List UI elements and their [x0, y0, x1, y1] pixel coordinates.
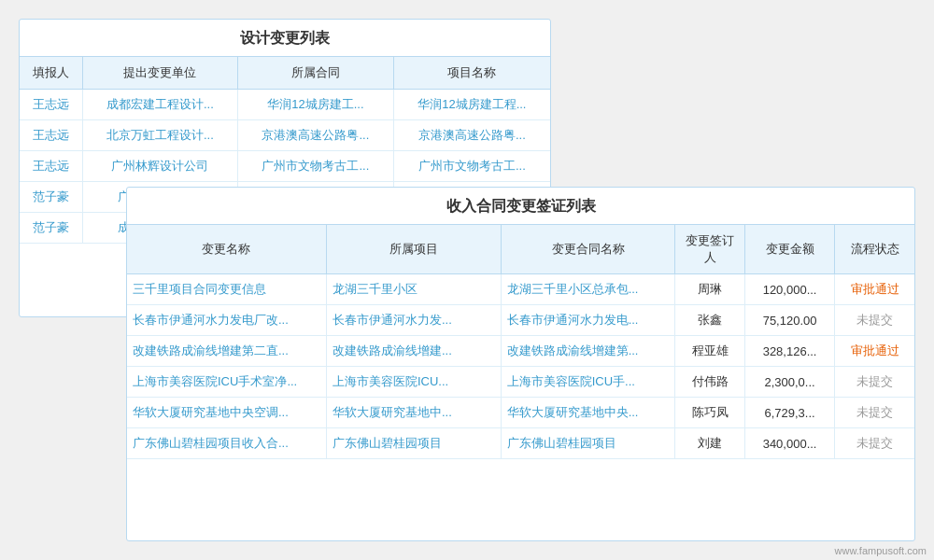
- design-cell-unit[interactable]: 北京万虹工程设计...: [82, 120, 238, 151]
- design-cell-project[interactable]: 广州市文物考古工...: [393, 151, 550, 182]
- income-cell-status: 审批通过: [835, 274, 914, 305]
- income-cell-name[interactable]: 长春市伊通河水力发电厂改...: [127, 305, 326, 336]
- design-cell-contract[interactable]: 华润12城房建工...: [238, 90, 394, 120]
- income-panel-title: 收入合同变更签证列表: [127, 188, 914, 225]
- income-cell-signer: 刘建: [675, 428, 745, 459]
- income-cell-project[interactable]: 上海市美容医院ICU...: [326, 367, 501, 398]
- income-col-signer: 变更签订人: [675, 225, 745, 274]
- income-cell-contract[interactable]: 上海市美容医院ICU手...: [501, 367, 675, 398]
- income-cell-signer: 程亚雄: [675, 336, 745, 367]
- income-cell-project[interactable]: 长春市伊通河水力发...: [326, 305, 501, 336]
- table-row: 改建铁路成渝线增建第二直...改建铁路成渝线增建...改建铁路成渝线增建第...…: [127, 336, 914, 367]
- table-row: 华软大厦研究基地中央空调...华软大厦研究基地中...华软大厦研究基地中央...…: [127, 398, 914, 428]
- table-row: 三千里项目合同变更信息龙湖三千里小区龙湖三千里小区总承包...周琳120,000…: [127, 274, 914, 305]
- income-cell-name[interactable]: 华软大厦研究基地中央空调...: [127, 398, 326, 428]
- income-cell-status: 未提交: [835, 428, 914, 459]
- income-cell-name[interactable]: 改建铁路成渝线增建第二直...: [127, 336, 326, 367]
- design-col-contract: 所属合同: [238, 57, 394, 90]
- design-cell-contract[interactable]: 京港澳高速公路粤...: [238, 120, 394, 151]
- income-cell-amount: 6,729,3...: [745, 398, 835, 428]
- design-cell-reporter[interactable]: 王志远: [20, 90, 82, 120]
- design-cell-unit[interactable]: 广州林辉设计公司: [82, 151, 238, 182]
- income-cell-name[interactable]: 三千里项目合同变更信息: [127, 274, 326, 305]
- income-cell-contract[interactable]: 华软大厦研究基地中央...: [501, 398, 675, 428]
- income-cell-signer: 张鑫: [675, 305, 745, 336]
- income-cell-status: 未提交: [835, 305, 914, 336]
- design-cell-reporter[interactable]: 王志远: [20, 151, 82, 182]
- income-cell-amount: 328,126...: [745, 336, 835, 367]
- design-cell-project[interactable]: 京港澳高速公路粤...: [393, 120, 550, 151]
- table-row: 长春市伊通河水力发电厂改...长春市伊通河水力发...长春市伊通河水力发电...…: [127, 305, 914, 336]
- income-cell-signer: 陈巧凤: [675, 398, 745, 428]
- income-col-name: 变更名称: [127, 225, 326, 274]
- table-row: 王志远广州林辉设计公司广州市文物考古工...广州市文物考古工...: [20, 151, 550, 182]
- income-cell-project[interactable]: 改建铁路成渝线增建...: [326, 336, 501, 367]
- design-cell-reporter[interactable]: 王志远: [20, 120, 82, 151]
- watermark-text: www.fampusoft.com: [835, 545, 927, 556]
- income-cell-amount: 2,300,0...: [745, 367, 835, 398]
- income-cell-signer: 周琳: [675, 274, 745, 305]
- design-cell-project[interactable]: 华润12城房建工程...: [393, 90, 550, 120]
- income-col-project: 所属项目: [326, 225, 501, 274]
- income-cell-status: 审批通过: [835, 336, 914, 367]
- income-cell-amount: 340,000...: [745, 428, 835, 459]
- design-cell-reporter[interactable]: 范子豪: [20, 213, 82, 244]
- income-cell-status: 未提交: [835, 367, 914, 398]
- design-col-reporter: 填报人: [20, 57, 82, 90]
- income-contract-panel: 收入合同变更签证列表 变更名称 所属项目 变更合同名称 变更签订人 变更金额 流…: [126, 187, 915, 541]
- income-cell-contract[interactable]: 改建铁路成渝线增建第...: [501, 336, 675, 367]
- table-row: 王志远成都宏建工程设计...华润12城房建工...华润12城房建工程...: [20, 90, 550, 120]
- income-col-status: 流程状态: [835, 225, 914, 274]
- table-row: 上海市美容医院ICU手术室净...上海市美容医院ICU...上海市美容医院ICU…: [127, 367, 914, 398]
- income-cell-amount: 120,000...: [745, 274, 835, 305]
- income-cell-contract[interactable]: 广东佛山碧桂园项目: [501, 428, 675, 459]
- income-col-contract: 变更合同名称: [501, 225, 675, 274]
- income-cell-status: 未提交: [835, 398, 914, 428]
- table-row: 王志远北京万虹工程设计...京港澳高速公路粤...京港澳高速公路粤...: [20, 120, 550, 151]
- income-table: 变更名称 所属项目 变更合同名称 变更签订人 变更金额 流程状态 三千里项目合同…: [127, 225, 914, 459]
- income-cell-contract[interactable]: 长春市伊通河水力发电...: [501, 305, 675, 336]
- income-cell-project[interactable]: 广东佛山碧桂园项目: [326, 428, 501, 459]
- design-panel-title: 设计变更列表: [20, 20, 550, 57]
- income-cell-name[interactable]: 上海市美容医院ICU手术室净...: [127, 367, 326, 398]
- income-col-amount: 变更金额: [745, 225, 835, 274]
- design-col-unit: 提出变更单位: [82, 57, 238, 90]
- table-row: 广东佛山碧桂园项目收入合...广东佛山碧桂园项目广东佛山碧桂园项目刘建340,0…: [127, 428, 914, 459]
- income-cell-signer: 付伟路: [675, 367, 745, 398]
- income-cell-project[interactable]: 华软大厦研究基地中...: [326, 398, 501, 428]
- income-cell-contract[interactable]: 龙湖三千里小区总承包...: [501, 274, 675, 305]
- income-cell-project[interactable]: 龙湖三千里小区: [326, 274, 501, 305]
- design-cell-unit[interactable]: 成都宏建工程设计...: [82, 90, 238, 120]
- design-cell-contract[interactable]: 广州市文物考古工...: [238, 151, 394, 182]
- income-cell-amount: 75,120.00: [745, 305, 835, 336]
- income-cell-name[interactable]: 广东佛山碧桂园项目收入合...: [127, 428, 326, 459]
- design-cell-reporter[interactable]: 范子豪: [20, 182, 82, 213]
- design-col-project: 项目名称: [393, 57, 550, 90]
